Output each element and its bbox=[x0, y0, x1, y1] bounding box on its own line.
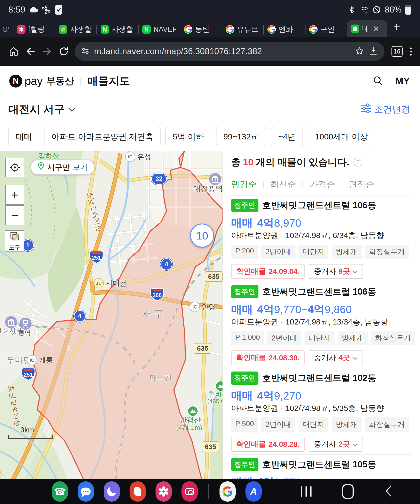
chevron-down-icon bbox=[352, 354, 358, 362]
logo-pay-text[interactable]: pay bbox=[24, 74, 43, 88]
train-poi-icon bbox=[19, 317, 32, 331]
browser-tab[interactable]: 동탄 bbox=[180, 22, 222, 37]
system-navigation bbox=[301, 484, 392, 499]
listing-cluster-marker[interactable]: 10 bbox=[190, 223, 214, 248]
browser-tab[interactable]: d사생활 bbox=[55, 22, 97, 37]
sort-option[interactable]: 최신순 bbox=[270, 179, 296, 190]
sort-option[interactable]: 가격순 bbox=[310, 179, 335, 190]
flower-app-icon[interactable] bbox=[156, 481, 172, 502]
agents-dropdown[interactable]: 중개사9곳 bbox=[309, 264, 363, 279]
listing-card[interactable]: 집주인호반써밋그랜드센트럴 106동매매4억 8,970아파트분양권 · 102… bbox=[231, 196, 412, 282]
home-button-icon[interactable] bbox=[342, 484, 354, 499]
browser-tab-strip[interactable]: SV✽[힐링d사생활N사생활NNAVER동탄유튜브엔화구인네✕+ bbox=[0, 19, 420, 37]
browser-tab[interactable]: N사생활 bbox=[97, 22, 138, 37]
view-district-only-button[interactable]: 서구만 보기 bbox=[30, 160, 95, 175]
browser-tab[interactable]: 구인 bbox=[305, 22, 347, 37]
map-tools-button[interactable]: 도구 bbox=[5, 230, 24, 252]
zoom-out-button[interactable]: − bbox=[5, 205, 24, 225]
sliders-icon bbox=[361, 103, 371, 116]
map-label: 매노천 bbox=[150, 373, 172, 383]
url-text[interactable]: m.land.naver.com/map/36.3081076:127.382 bbox=[94, 47, 350, 56]
map-label: 남고속지선 bbox=[0, 451, 6, 479]
filter-chip[interactable]: 아파트,아파트분양권,재건축 bbox=[44, 127, 161, 146]
logo-budongsan-text[interactable]: 부동산 bbox=[46, 75, 74, 87]
messages-app-icon[interactable] bbox=[78, 481, 94, 502]
listing-card[interactable]: 집주인호반써밋그랜드센트럴 106동매매4억 9,770~4억 9,860아파트… bbox=[231, 282, 412, 368]
listing-title: 호반써밋그랜드센트럴 105동 bbox=[262, 459, 376, 470]
browser-tab[interactable]: ✽[힐링 bbox=[13, 22, 55, 37]
bluetooth-icon bbox=[347, 5, 356, 14]
listing-spec: 아파트분양권 · 102/74.98㎡, 13/34층, 남동향 bbox=[231, 318, 412, 326]
recents-button-icon[interactable] bbox=[301, 486, 311, 497]
camera-app-icon[interactable] bbox=[182, 481, 198, 502]
chevron-down-icon[interactable] bbox=[68, 107, 76, 114]
filter-chip[interactable]: 99~132㎡ bbox=[216, 127, 266, 146]
download-icon[interactable] bbox=[369, 46, 378, 56]
menu-button[interactable] bbox=[408, 48, 414, 56]
help-icon[interactable]: ? bbox=[353, 158, 362, 167]
svg-text:251: 251 bbox=[92, 255, 101, 261]
url-bar[interactable]: m.land.naver.com/map/36.3081076:127.382 bbox=[75, 42, 384, 61]
agents-count: 2곳 bbox=[338, 439, 350, 449]
zoom-in-button[interactable]: + bbox=[5, 185, 24, 205]
home-button[interactable] bbox=[6, 44, 21, 59]
filter-chip[interactable]: 5억 이하 bbox=[165, 127, 211, 146]
my-menu[interactable]: MY bbox=[395, 76, 410, 87]
samsung-internet-app-icon[interactable] bbox=[103, 481, 120, 502]
filter-chip[interactable]: ~4년 bbox=[271, 127, 303, 146]
map-scale-bar bbox=[8, 435, 53, 439]
browser-tab[interactable]: SV bbox=[1, 22, 13, 37]
tab-switcher-button[interactable]: 16 bbox=[391, 46, 403, 57]
listing-price: 매매4억 9,270 bbox=[231, 389, 412, 402]
browser-tab[interactable]: NNAVER bbox=[139, 22, 180, 37]
bookmark-star-icon[interactable] bbox=[355, 46, 364, 56]
search-icon[interactable] bbox=[372, 75, 383, 87]
browser-tab[interactable]: 엔화 bbox=[264, 22, 305, 37]
road-number-badge: 4 bbox=[74, 310, 86, 322]
back-button-icon[interactable] bbox=[384, 485, 392, 498]
agents-dropdown[interactable]: 중개사2곳 bbox=[309, 437, 363, 452]
phone-app-icon[interactable]: ☎ bbox=[52, 481, 68, 502]
tab-title: 동탄 bbox=[195, 24, 210, 34]
filter-chip[interactable]: 매매 bbox=[8, 127, 39, 146]
sort-option[interactable]: 랭킹순 bbox=[231, 179, 257, 190]
browser-tab[interactable]: 유튜브 bbox=[222, 22, 263, 37]
trade-type-label: 매매 bbox=[231, 388, 253, 403]
blue-a-app-icon[interactable]: A bbox=[245, 481, 262, 502]
price-part: ~ bbox=[301, 303, 308, 316]
listing-tag: 2년이내 bbox=[261, 245, 295, 259]
tab-title: [힐링 bbox=[28, 24, 45, 34]
filter-chip[interactable]: 1000세대 이상 bbox=[308, 127, 375, 146]
confirmed-label: 확인매물 bbox=[236, 439, 266, 449]
reload-button[interactable] bbox=[56, 44, 71, 59]
interchange-icon: IC bbox=[190, 302, 200, 312]
agents-dropdown[interactable]: 중개사4곳 bbox=[309, 350, 363, 365]
road-number-badge: 32 bbox=[151, 173, 167, 185]
site-settings-icon[interactable] bbox=[81, 47, 90, 56]
google-app-icon[interactable] bbox=[219, 481, 236, 502]
listings-panel: 총 10 개의 매물이 있습니다. ? 랭킹순최신순가격순면적순 집주인호반써밋… bbox=[223, 151, 420, 479]
result-count: 10 bbox=[243, 157, 254, 168]
locate-button[interactable] bbox=[5, 158, 24, 177]
close-icon[interactable]: ✕ bbox=[373, 24, 379, 33]
price-part: 8,970 bbox=[274, 216, 301, 229]
listing-tag: 화장실두개 bbox=[371, 331, 415, 345]
filter-change-button[interactable]: 조건변경 bbox=[361, 103, 410, 116]
region-selector[interactable]: 대전시 서구 bbox=[8, 102, 65, 116]
price-part: 9,770 bbox=[274, 476, 301, 479]
back-button[interactable] bbox=[23, 44, 38, 59]
forward-button[interactable] bbox=[39, 44, 55, 59]
listing-card[interactable]: 집주인호반써밋그랜드센트럴 105동매매4억 9,770 bbox=[231, 455, 412, 479]
red-app-icon[interactable] bbox=[130, 481, 146, 502]
map-scale-label: 3km bbox=[20, 426, 53, 434]
map-view[interactable]: 갑하산(468.7m)대전광역시서구두마면계룡시청계룡역매노천천비산(465.6… bbox=[0, 151, 223, 479]
listing-title: 호반써밋그랜드센트럴 106동 bbox=[262, 286, 376, 298]
naver-pay-logo[interactable]: N bbox=[9, 75, 22, 88]
listing-actions: 확인매물24.08.28.중개사2곳 bbox=[231, 437, 412, 452]
new-tab-button[interactable]: + bbox=[393, 20, 400, 34]
listing-card[interactable]: 집주인호반써밋그랜드센트럴 102동매매4억 9,270아파트분양권 · 102… bbox=[231, 368, 412, 455]
gov-poi-icon bbox=[5, 316, 18, 330]
sort-option[interactable]: 면적순 bbox=[349, 179, 374, 190]
browser-tab[interactable]: 네✕ bbox=[347, 20, 387, 37]
listing-tag: 대단지 bbox=[304, 331, 335, 345]
